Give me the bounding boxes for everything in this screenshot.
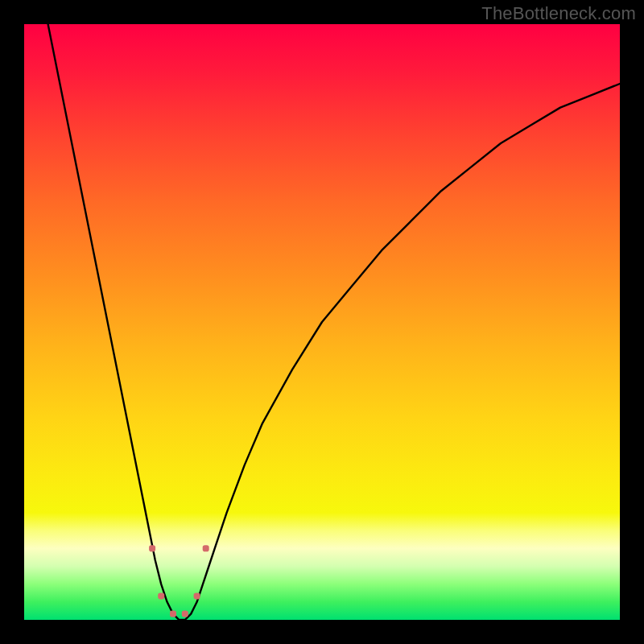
curve-marker <box>182 611 188 617</box>
plot-area <box>24 24 620 620</box>
curve-marker <box>194 592 200 599</box>
chart-frame: TheBottleneck.com <box>0 0 644 644</box>
chart-svg <box>24 24 620 620</box>
watermark-text: TheBottleneck.com <box>481 3 636 24</box>
curve-marker <box>158 592 164 599</box>
curve-marker <box>149 545 155 551</box>
curve-markers <box>149 545 209 617</box>
curve-marker <box>170 611 176 617</box>
bottleneck-curve <box>48 24 620 620</box>
curve-marker <box>203 545 209 551</box>
